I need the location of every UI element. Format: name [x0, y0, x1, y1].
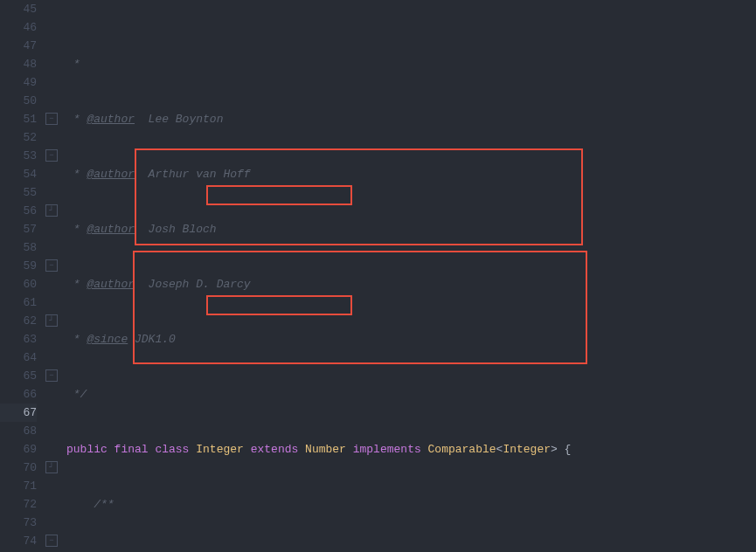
line-number: 74 [0, 532, 37, 550]
fold-marker[interactable]: − [45, 535, 58, 547]
line-number: 69 [0, 440, 37, 459]
fold-marker[interactable]: − [45, 369, 58, 382]
fold-marker[interactable]: − [45, 259, 58, 272]
line-number: 71 [0, 477, 37, 495]
line-number: 52 [0, 128, 37, 147]
line-number-gutter: 4546474849505152535455565758596061626364… [0, 0, 44, 552]
fold-marker[interactable]: ┘ [45, 204, 58, 217]
line-number: 70 [0, 459, 37, 477]
fold-marker[interactable]: − [45, 149, 58, 162]
line-number: 67 [0, 404, 37, 422]
line-number: 54 [0, 165, 37, 183]
line-number: 48 [0, 55, 37, 73]
line-number: 46 [0, 18, 37, 37]
fold-marker[interactable]: ┘ [45, 461, 58, 473]
line-number: 65 [0, 367, 37, 385]
line-number: 51 [0, 110, 37, 128]
line-number: 68 [0, 422, 37, 440]
line-number: 64 [0, 348, 37, 367]
line-number: 72 [0, 495, 37, 514]
code-line[interactable]: * @author Lee Boynton [61, 110, 756, 128]
line-number: 45 [0, 0, 37, 18]
highlight-box [206, 185, 352, 205]
line-number: 56 [0, 202, 37, 220]
line-number: 47 [0, 37, 37, 55]
line-number: 62 [0, 312, 37, 330]
code-line[interactable]: * @author Joseph D. Darcy [61, 275, 756, 293]
code-line[interactable]: * @since JDK1.0 [61, 330, 756, 348]
line-number: 58 [0, 238, 37, 257]
highlight-box [206, 295, 352, 315]
fold-marker[interactable]: − [45, 113, 58, 125]
line-number: 50 [0, 92, 37, 110]
code-line[interactable]: /** [61, 495, 756, 514]
line-number: 53 [0, 147, 37, 165]
fold-gutter[interactable]: −−┘−┘−┘− [44, 0, 61, 552]
line-number: 73 [0, 514, 37, 532]
line-number: 49 [0, 73, 37, 92]
code-line[interactable]: * [61, 55, 756, 73]
line-number: 55 [0, 183, 37, 202]
code-line[interactable]: * @author Arthur van Hoff [61, 165, 756, 183]
code-line[interactable]: */ [61, 385, 756, 404]
code-line[interactable]: * @author Josh Bloch [61, 220, 756, 238]
line-number: 61 [0, 293, 37, 312]
line-number: 57 [0, 220, 37, 238]
fold-marker[interactable]: ┘ [45, 314, 58, 327]
line-number: 66 [0, 385, 37, 404]
line-number: 60 [0, 275, 37, 293]
code-line[interactable]: public final class Integer extends Numbe… [61, 440, 756, 459]
code-area[interactable]: * * @author Lee Boynton * @author Arthur… [61, 0, 756, 552]
line-number: 63 [0, 330, 37, 348]
line-number: 59 [0, 257, 37, 275]
